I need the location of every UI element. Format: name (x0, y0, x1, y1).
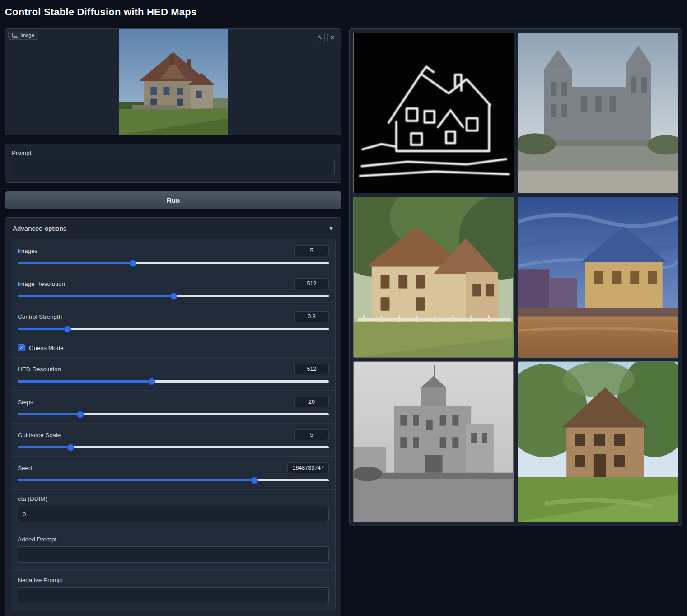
image-label-badge: Image (8, 31, 38, 40)
chevron-down-icon: ▼ (328, 225, 334, 232)
advanced-options-body: Images 5 Image Resolution 512 (11, 239, 336, 611)
slider-guidance-scale: Guidance Scale 5 (11, 424, 335, 457)
check-icon: ✓ (19, 345, 23, 350)
prompt-input[interactable] (12, 160, 335, 175)
advanced-options-header[interactable]: Advanced options ▼ (5, 218, 341, 239)
slider-track[interactable] (18, 262, 329, 264)
guess-mode-label: Guess Mode (29, 345, 64, 351)
slider-value-input[interactable]: 512 (294, 278, 329, 289)
advanced-options-accordion: Advanced options ▼ Images 5 Image Resolu… (5, 217, 341, 616)
slider-hed-resolution: HED Resolution 512 (11, 358, 335, 391)
slider-thumb[interactable] (67, 444, 74, 451)
house-photo-illustration (119, 29, 228, 135)
output-gallery (349, 28, 682, 526)
image-input[interactable]: Image ✎ ✕ (5, 28, 341, 135)
slider-track[interactable] (18, 295, 329, 297)
house-with-trees-image (518, 362, 678, 522)
slider-label: Image Resolution (18, 280, 65, 287)
slider-value-input[interactable]: 1648733747 (287, 462, 329, 473)
slider-thumb[interactable] (148, 378, 155, 385)
slider-thumb[interactable] (251, 477, 258, 484)
app-root: Control Stable Diffusion with HED Maps I… (0, 0, 687, 616)
left-column: Image ✎ ✕ (5, 28, 341, 616)
prompt-label: Prompt (12, 149, 335, 156)
slider-label: Guidance Scale (18, 432, 61, 439)
gallery-item-house-painting[interactable] (353, 197, 514, 358)
victorian-house-image (354, 197, 514, 357)
eta-input[interactable] (18, 506, 329, 522)
castle-ruins-image (518, 33, 678, 193)
clear-image-button[interactable]: ✕ (327, 33, 337, 42)
gallery-item-bw-photo[interactable] (353, 361, 514, 522)
slider-thumb[interactable] (130, 260, 136, 266)
prompt-field-group: Prompt (5, 144, 341, 183)
slider-images: Images 5 (11, 239, 335, 272)
negative-prompt-label: Negative Prompt (18, 577, 329, 583)
negative-prompt-field-group: Negative Prompt (11, 571, 335, 611)
slider-label: Control Strength (18, 313, 62, 320)
uploaded-image[interactable] (119, 29, 228, 135)
slider-steps: Steps 20 (11, 391, 335, 424)
slider-thumb[interactable] (170, 293, 177, 299)
advanced-options-title: Advanced options (13, 224, 66, 232)
gallery-item-house-trees[interactable] (518, 361, 678, 522)
guess-mode-checkbox[interactable]: ✓ Guess Mode (11, 338, 335, 358)
added-prompt-input[interactable] (18, 546, 329, 563)
slider-track[interactable] (18, 380, 329, 383)
run-button[interactable]: Run (5, 191, 341, 209)
added-prompt-label: Added Prompt (18, 536, 329, 543)
slider-value-input[interactable]: 20 (294, 397, 329, 407)
slider-thumb[interactable] (77, 411, 84, 418)
gallery-item-castle[interactable] (518, 33, 678, 193)
slider-track[interactable] (18, 328, 329, 330)
added-prompt-field-group: Added Prompt (11, 530, 335, 571)
checkbox-checked-icon[interactable]: ✓ (18, 344, 25, 351)
image-icon (12, 33, 18, 38)
negative-prompt-input[interactable] (18, 587, 329, 603)
slider-thumb[interactable] (64, 326, 71, 332)
slider-label: Steps (18, 399, 33, 406)
edit-image-button[interactable]: ✎ (315, 33, 325, 42)
slider-control-strength: Control Strength 0.3 (11, 305, 335, 338)
hed-edge-map-image (354, 33, 514, 193)
page-title: Control Stable Diffusion with HED Maps (5, 6, 196, 18)
edit-icon: ✎ (318, 34, 322, 41)
slider-label: Seed (18, 465, 32, 471)
stylized-blue-painting-image (518, 197, 678, 357)
slider-value-input[interactable]: 5 (294, 429, 329, 440)
image-toolbar: ✎ ✕ (315, 33, 337, 42)
slider-value-input[interactable]: 0.3 (294, 311, 329, 322)
slider-value-input[interactable]: 512 (294, 364, 329, 374)
slider-value-input[interactable]: 5 (294, 245, 329, 256)
close-icon: ✕ (330, 34, 335, 41)
slider-label: HED Resolution (18, 366, 61, 373)
eta-label: eta (DDIM) (18, 495, 329, 502)
gallery-item-hed-map[interactable] (353, 33, 514, 193)
slider-track[interactable] (18, 413, 329, 415)
bw-building-image (354, 362, 514, 522)
slider-seed: Seed 1648733747 (11, 457, 335, 490)
image-label: Image (20, 33, 34, 38)
slider-track[interactable] (18, 479, 329, 481)
slider-track[interactable] (18, 446, 329, 448)
slider-label: Images (18, 247, 37, 254)
slider-image-resolution: Image Resolution 512 (11, 272, 335, 305)
gallery-item-stylized-painting[interactable] (518, 197, 678, 358)
eta-field-group: eta (DDIM) (11, 490, 335, 530)
